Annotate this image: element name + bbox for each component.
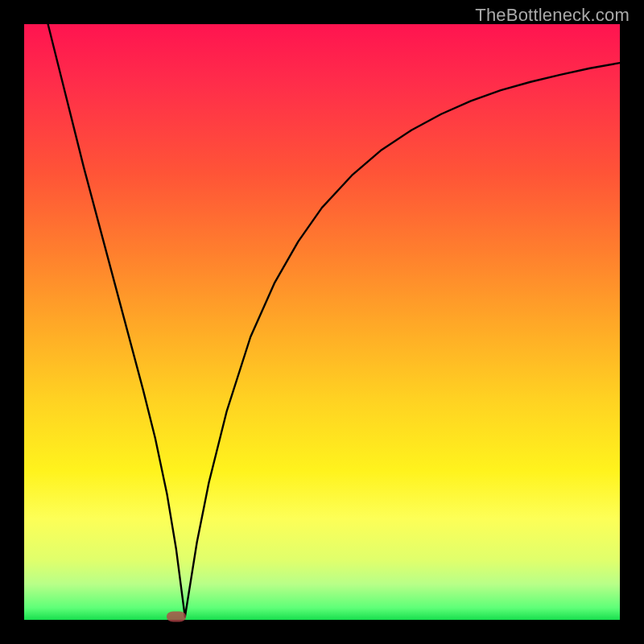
bottleneck-curve — [24, 24, 620, 620]
plot-area — [24, 24, 620, 620]
chart-canvas: TheBottleneck.com — [0, 0, 644, 644]
minimum-point-marker — [167, 612, 186, 622]
watermark-label: TheBottleneck.com — [475, 5, 630, 26]
